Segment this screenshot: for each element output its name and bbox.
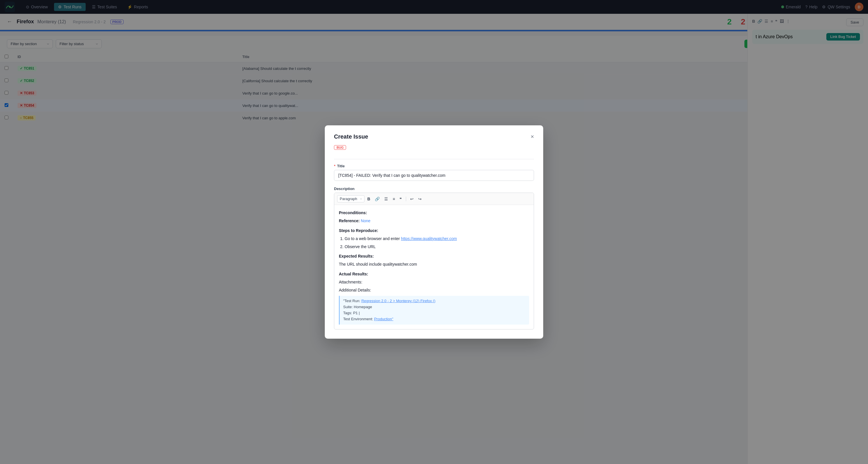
step-1-text: Go to a web browser and enter [345, 236, 401, 241]
steps-list: Go to a web browser and enter https://ww… [345, 236, 529, 250]
create-issue-modal: Create Issue × BUG * Title Description P… [325, 125, 543, 338]
description-body[interactable]: Preconditions: Reference: None Steps to … [334, 205, 534, 329]
test-run-link[interactable]: Regression 2.0 - 2 > Monterey (12) Firef… [361, 299, 435, 303]
preconditions-heading: Preconditions: [339, 210, 529, 216]
step-item: Go to a web browser and enter https://ww… [345, 236, 529, 242]
description-label: Description [334, 187, 534, 191]
description-editor: Paragraph B 🔗 ☰ ≡ ❝ ↩ ↪ Preconditions: R… [334, 193, 534, 329]
quote-toolbar-button[interactable]: ❝ [398, 196, 404, 202]
quote-test-run: "Test Run: Regression 2.0 - 2 > Monterey… [343, 298, 526, 304]
redo-button[interactable]: ↪ [416, 196, 423, 202]
modal-close-button[interactable]: × [531, 133, 534, 140]
reference-line: Reference: None [339, 218, 529, 224]
link-toolbar-button[interactable]: 🔗 [373, 196, 381, 202]
required-indicator: * [334, 164, 335, 168]
additional-details-quote: "Test Run: Regression 2.0 - 2 > Monterey… [339, 296, 529, 324]
modal-overlay[interactable]: Create Issue × BUG * Title Description P… [0, 0, 868, 462]
modal-header: Create Issue × [334, 133, 534, 140]
attachments-label: Attachments: [339, 279, 529, 286]
title-input[interactable] [334, 170, 534, 181]
reference-value: None [361, 218, 370, 223]
qualitywatcher-link[interactable]: https://www.qualitywatcher.com [401, 236, 457, 241]
step-item: Observe the URL [345, 244, 529, 250]
toolbar-separator [406, 197, 406, 201]
format-select[interactable]: Paragraph [337, 195, 365, 203]
expected-heading: Expected Results: [339, 253, 529, 260]
reference-label: Reference: [339, 218, 360, 223]
editor-toolbar: Paragraph B 🔗 ☰ ≡ ❝ ↩ ↪ [334, 193, 534, 205]
quote-tags: Tags: P1 | [343, 310, 526, 316]
title-label: * Title [334, 164, 534, 168]
bold-toolbar-button[interactable]: B [366, 196, 372, 202]
quote-env: Test Environment: Production" [343, 316, 526, 322]
bug-badge: BUG [334, 145, 346, 150]
bullet-list-button[interactable]: ☰ [382, 196, 390, 202]
modal-title: Create Issue [334, 133, 368, 140]
additional-label: Additional Details: [339, 287, 529, 294]
title-field-group: * Title [334, 164, 534, 181]
undo-button[interactable]: ↩ [408, 196, 415, 202]
expected-text: The URL should include qualitywatcher.co… [339, 261, 529, 268]
ordered-list-toolbar-button[interactable]: ≡ [391, 196, 397, 202]
modal-divider [334, 159, 534, 159]
steps-heading: Steps to Reproduce: [339, 227, 529, 234]
description-field-group: Description Paragraph B 🔗 ☰ ≡ ❝ ↩ ↪ [334, 187, 534, 329]
quote-suite: Suite: Homepage [343, 304, 526, 310]
production-link[interactable]: Production" [374, 317, 394, 321]
actual-heading: Actual Results: [339, 271, 529, 278]
